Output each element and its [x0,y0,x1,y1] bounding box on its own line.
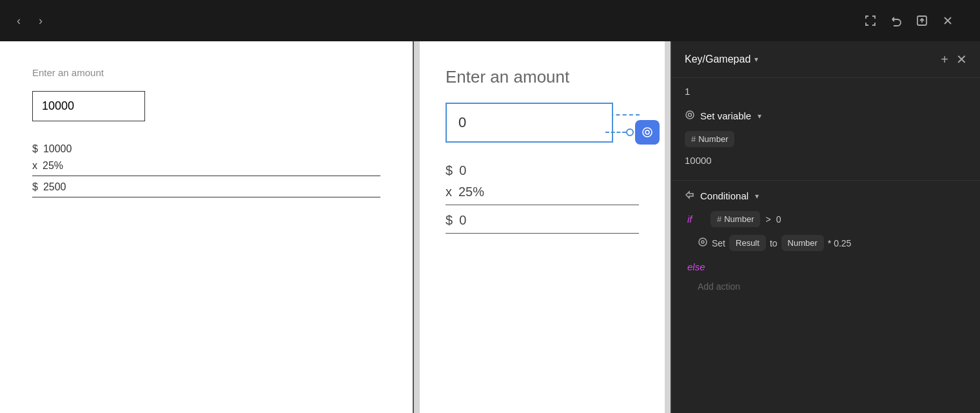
add-action-label: Add action [698,281,740,292]
canvas-multiply-row: x 25% [446,183,639,205]
connector [605,120,660,145]
condition-value: 0 [776,214,781,225]
else-row: else [685,259,967,279]
multiply-value: * 0.25 [828,238,852,248]
conditional-header[interactable]: Conditional ▾ [685,190,967,202]
left-calc: $ 10000 x 25% $ 2500 [32,142,380,197]
left-dollar-row: $ 10000 [32,142,380,156]
connector-icon-box[interactable] [635,120,660,145]
if-row: if # Number > 0 [685,211,967,227]
left-panel-input[interactable] [32,91,145,121]
section-divider [672,180,980,181]
right-panel-header: Key/Gamepad ▾ + ✕ [672,41,980,78]
condition-pill-label: Number [724,214,754,224]
svg-point-2 [645,130,649,134]
key-gamepad-chevron: ▾ [754,55,758,64]
set-variable-section: Set variable ▾ # Number 10000 [672,101,980,177]
set-action-icon [698,237,708,249]
right-panel: Key/Gamepad ▾ + ✕ 1 Set variable ▾ [672,41,980,413]
set-variable-pill-row: # Number [685,131,967,147]
if-keyword: if [687,214,705,225]
svg-point-4 [689,114,692,117]
else-keyword: else [687,261,705,272]
left-panel-label: Enter an amount [32,67,380,78]
canvas-result-row: $ 0 [446,212,639,234]
canvas-dollar-value1: 0 [459,163,466,178]
set-variable-icon [685,110,695,122]
step-number: 1 [672,78,980,101]
undo-button[interactable] [890,14,903,27]
compress-button[interactable] [864,14,877,27]
canvas-content: Enter an amount 0 [420,41,665,259]
left-dollar-sign: $ [32,143,38,155]
number-pill-set[interactable]: # Number [685,131,734,147]
number-pill-label: Number [698,134,728,144]
number-pill-cond[interactable]: Number [781,235,824,251]
add-action-row[interactable]: Add action [685,281,967,292]
forward-button[interactable]: › [35,10,46,32]
left-dollar-value: 10000 [43,143,72,155]
left-result-row: $ 2500 [32,180,380,197]
toolbar: ‹ › [0,0,980,41]
svg-point-6 [701,241,704,243]
left-result-dollar: $ [32,181,38,193]
set-variable-header[interactable]: Set variable ▾ [685,107,967,125]
canvas-input-box[interactable]: 0 [446,103,613,143]
conditional-icon [685,190,695,202]
conditional-chevron: ▾ [755,192,759,201]
left-result-value: 2500 [43,181,66,193]
export-button[interactable] [916,14,928,27]
left-multiply-row: x 25% [32,159,380,176]
key-gamepad-label: Key/Gamepad [685,54,750,65]
left-multiply-sign: x [32,160,37,172]
canvas-dollar-row1: $ 0 [446,162,639,179]
canvas-multiply-sign: x [446,185,452,199]
set-result-row: Set Result to Number * 0.25 [685,235,967,251]
conditional-section: Conditional ▾ if # Number > 0 [672,183,980,298]
number-pill-cond-label: Number [788,238,818,248]
canvas-result-value: 0 [459,213,466,228]
condition-op: > [765,214,770,225]
set-variable-chevron: ▾ [758,112,761,121]
canvas-input-value: 0 [458,114,466,130]
canvas-calc: $ 0 x 25% $ 0 [446,162,639,234]
close-panel-button[interactable]: ✕ [956,52,967,67]
connector-dot [626,128,634,136]
result-pill-label: Result [736,238,760,248]
condition-number-pill[interactable]: # Number [710,211,760,227]
canvas-percent-value: 25% [458,185,484,199]
result-pill[interactable]: Result [729,235,766,251]
main-content: Enter an amount $ 10000 x 25% $ 2500 Ent… [0,41,980,413]
right-header-actions: + ✕ [941,52,967,67]
add-action-button[interactable]: + [941,52,948,67]
back-button[interactable]: ‹ [13,10,24,32]
to-keyword: to [770,238,778,248]
set-variable-value: 10000 [685,152,967,171]
conditional-label: Conditional [700,190,749,201]
canvas-dollar-sign1: $ [446,163,453,178]
set-keyword: Set [712,238,725,248]
left-multiply-value: 25% [43,160,63,172]
canvas-panel: Enter an amount 0 [413,41,672,413]
canvas-title: Enter an amount [446,67,639,87]
close-button[interactable] [941,14,954,27]
canvas-result-dollar: $ [446,213,453,228]
connector-dashed-line [605,132,626,133]
left-preview-panel: Enter an amount $ 10000 x 25% $ 2500 [0,41,413,413]
svg-point-3 [686,111,694,119]
set-variable-label: Set variable [700,110,751,121]
right-panel-title: Key/Gamepad ▾ [685,54,758,65]
svg-point-5 [699,238,707,246]
svg-point-1 [643,128,652,137]
